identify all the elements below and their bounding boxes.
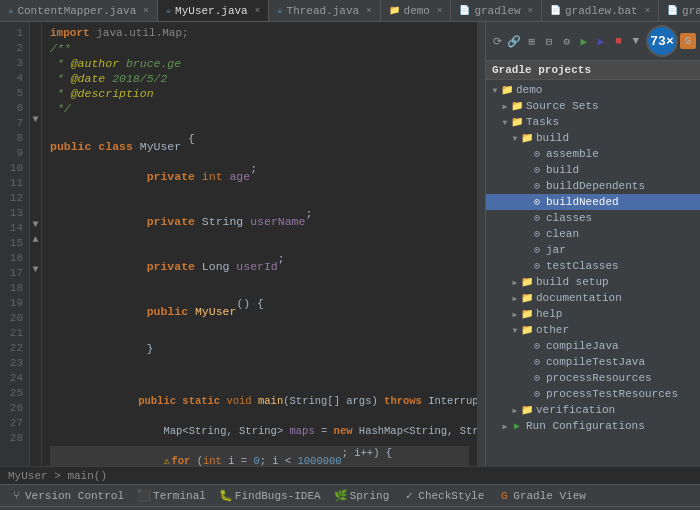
tree-item-build-folder[interactable]: ▼ 📁 build <box>486 130 700 146</box>
folder-icon-demo: 📁 <box>500 83 514 97</box>
folder-icon-tasks: 📁 <box>510 115 524 129</box>
tab-gradleprops[interactable]: 📄 gradle-wrapper.properties × <box>659 0 700 22</box>
code-line-3: * @date 2018/5/2 <box>50 71 469 86</box>
code-line-11 <box>50 236 469 251</box>
breadcrumb: MyUser > main() <box>8 470 107 482</box>
tool-findbugs[interactable]: 🐛 FindBugs-IDEA <box>214 488 327 504</box>
terminal-icon: ⬛ <box>138 490 150 502</box>
task-icon-jar: ⊙ <box>530 243 544 257</box>
task-icon-assemble: ⊙ <box>530 147 544 161</box>
code-line-18: Map<String, String> maps = new HashMap<S… <box>50 416 469 446</box>
tree-item-buildneeded[interactable]: ▶ ⊙ buildNeeded <box>486 194 700 210</box>
tree-item-tasks[interactable]: ▼ 📁 Tasks <box>486 114 700 130</box>
code-line-12: private Long userId; <box>50 251 469 281</box>
task-icon-processtestresources: ⊙ <box>530 387 544 401</box>
gradle-panel: ⟳ 🔗 ⊞ ⊟ ⚙ ▶ ▶ ■ ▼ 73× G Gradle projects <box>485 22 700 466</box>
code-line-6 <box>50 116 469 131</box>
tree-item-buildsetup[interactable]: ▶ 📁 build setup <box>486 274 700 290</box>
tree-item-documentation[interactable]: ▶ 📁 documentation <box>486 290 700 306</box>
tree-item-compilejava[interactable]: ▶ ⊙ compileJava <box>486 338 700 354</box>
tool-terminal[interactable]: ⬛ Terminal <box>132 488 212 504</box>
run-badge: 73× <box>646 25 678 57</box>
gradle-expand-icon[interactable]: ⊞ <box>525 33 539 49</box>
tree-arrow-other[interactable]: ▼ <box>510 325 520 335</box>
gradle-stop-icon[interactable]: ■ <box>611 33 625 49</box>
tab-close-gradlebat-icon[interactable]: × <box>645 6 650 16</box>
tree-item-help[interactable]: ▶ 📁 help <box>486 306 700 322</box>
breadcrumb-bar: MyUser > main() <box>0 466 700 484</box>
tree-item-processtestresources[interactable]: ▶ ⊙ processTestResources <box>486 386 700 402</box>
tab-close-icon[interactable]: × <box>143 6 148 16</box>
tab-close-myuser-icon[interactable]: × <box>255 6 260 16</box>
task-icon-clean: ⊙ <box>530 227 544 241</box>
gradle-tree[interactable]: ▼ 📁 demo ▶ 📁 Source Sets ▼ 📁 Tasks <box>486 80 700 466</box>
tree-item-sourcesets[interactable]: ▶ 📁 Source Sets <box>486 98 700 114</box>
tab-gradlew[interactable]: 📄 gradlew × <box>451 0 542 22</box>
tree-arrow-runconfigs[interactable]: ▶ <box>500 421 510 431</box>
tree-arrow-verification[interactable]: ▶ <box>510 405 520 415</box>
bug-icon: 🐛 <box>220 490 232 502</box>
tree-item-assemble[interactable]: ▶ ⊙ assemble <box>486 146 700 162</box>
tree-item-jar[interactable]: ▶ ⊙ jar <box>486 242 700 258</box>
code-line-14: public MyUser() { <box>50 296 469 326</box>
tree-item-demo[interactable]: ▼ 📁 demo <box>486 82 700 98</box>
gradle-avatar: 73× G <box>646 25 696 57</box>
tree-item-processresources[interactable]: ▶ ⊙ processResources <box>486 370 700 386</box>
gradle-collapse-icon[interactable]: ⊟ <box>542 33 556 49</box>
tab-thread[interactable]: ☕ Thread.java × <box>269 0 380 22</box>
tab-close-thread-icon[interactable]: × <box>366 6 371 16</box>
tree-item-builddependents[interactable]: ▶ ⊙ buildDependents <box>486 178 700 194</box>
gradle-filter-icon[interactable]: ▼ <box>629 33 643 49</box>
tab-demo[interactable]: 📁 demo × <box>381 0 452 22</box>
tool-version-control[interactable]: ⑂ Version Control <box>4 488 130 504</box>
tree-item-classes[interactable]: ▶ ⊙ classes <box>486 210 700 226</box>
tree-arrow-tasks[interactable]: ▼ <box>500 117 510 127</box>
tree-item-verification[interactable]: ▶ 📁 verification <box>486 402 700 418</box>
tab-bar: ☕ ContentMapper.java × ☕ MyUser.java × ☕… <box>0 0 700 22</box>
code-scrollbar[interactable] <box>477 22 485 466</box>
tree-arrow-build[interactable]: ▼ <box>510 133 520 143</box>
folder-icon-buildsetup: 📁 <box>520 275 534 289</box>
tool-spring[interactable]: 🌿 Spring <box>329 488 396 504</box>
tab-myuser[interactable]: ☕ MyUser.java × <box>158 0 269 22</box>
spring-icon: 🌿 <box>335 490 347 502</box>
tab-close-gradlew-icon[interactable]: × <box>528 6 533 16</box>
fold-gutter: ▼ ▼ ▲ ▼ <box>30 22 42 466</box>
code-content: 12345 678910 1112131415 1617181920 21222… <box>0 22 485 466</box>
tree-item-testclasses[interactable]: ▶ ⊙ testClasses <box>486 258 700 274</box>
tree-item-build-task[interactable]: ▶ ⊙ build <box>486 162 700 178</box>
gradle-icon-small: G <box>680 33 696 49</box>
tree-arrow-buildsetup[interactable]: ▶ <box>510 277 520 287</box>
gradle-run-icon[interactable]: ▶ <box>577 33 591 49</box>
status-bar: 25:59 6: LF UTF-8 rast: 01:1 <box>0 506 700 510</box>
code-line-7: public class MyUser { <box>50 131 469 161</box>
gradle-refresh-icon[interactable]: ⟳ <box>490 33 504 49</box>
code-line-9 <box>50 191 469 206</box>
line-numbers: 12345 678910 1112131415 1617181920 21222… <box>0 22 30 466</box>
gradle-link-icon[interactable]: 🔗 <box>507 33 521 49</box>
gradle-run-debug-icon[interactable]: ▶ <box>594 33 608 49</box>
task-icon-compiletestjava: ⊙ <box>530 355 544 369</box>
code-line-19: ⚠for (int i = 0; i < 1000000; i++) { <box>50 446 469 466</box>
tree-arrow-sourcesets[interactable]: ▶ <box>500 101 510 111</box>
tab-gradlebat[interactable]: 📄 gradlew.bat × <box>542 0 659 22</box>
code-line-1: /** <box>50 41 469 56</box>
tab-close-demo-icon[interactable]: × <box>437 6 442 16</box>
tree-arrow-documentation[interactable]: ▶ <box>510 293 520 303</box>
tree-item-runconfigs[interactable]: ▶ ▶ Run Configurations <box>486 418 700 434</box>
gradle-settings-icon[interactable]: ⚙ <box>559 33 573 49</box>
tree-arrow-help[interactable]: ▶ <box>510 309 520 319</box>
tree-arrow-demo[interactable]: ▼ <box>490 85 500 95</box>
gradle-panel-title: Gradle projects <box>486 61 700 80</box>
code-line-10: private String userName; <box>50 206 469 236</box>
tree-item-other[interactable]: ▼ 📁 other <box>486 322 700 338</box>
task-icon-buildneeded: ⊙ <box>530 195 544 209</box>
tree-item-clean[interactable]: ▶ ⊙ clean <box>486 226 700 242</box>
task-icon-testclasses: ⊙ <box>530 259 544 273</box>
tool-gradle-view[interactable]: G Gradle View <box>492 488 592 504</box>
code-line-4: * @description <box>50 86 469 101</box>
tree-item-compiletestjava[interactable]: ▶ ⊙ compileTestJava <box>486 354 700 370</box>
tab-contentmapper[interactable]: ☕ ContentMapper.java × <box>0 0 158 22</box>
folder-icon-documentation: 📁 <box>520 291 534 305</box>
tool-checkstyle[interactable]: ✓ CheckStyle <box>397 488 490 504</box>
